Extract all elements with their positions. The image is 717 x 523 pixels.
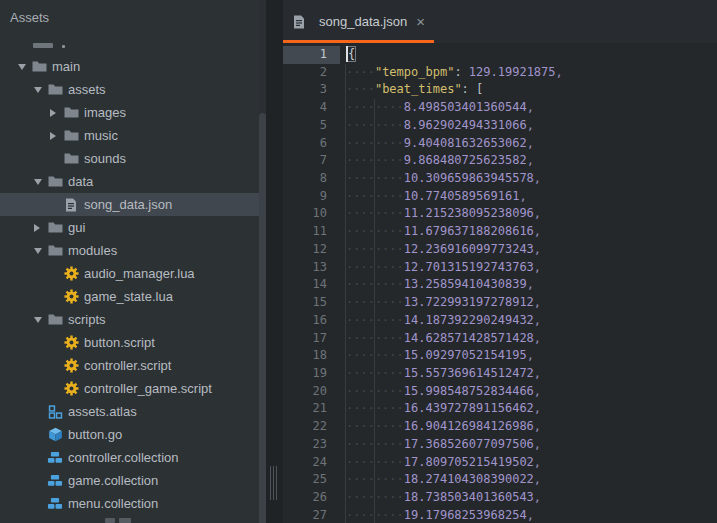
line-content: {: [346, 46, 355, 64]
gear-icon: [63, 289, 79, 305]
tree-item-main[interactable]: main: [0, 55, 259, 78]
line-number: 23: [283, 436, 340, 454]
tree-item-label: controller.collection: [68, 450, 179, 465]
file-icon: [291, 14, 307, 30]
line-content: ········13.722993197278912,: [346, 294, 541, 312]
line-content: ········12.701315192743763,: [346, 259, 541, 277]
tab-close-icon[interactable]: ×: [416, 14, 425, 29]
tree-item-label: images: [84, 105, 126, 120]
tree-item-label: song_data.json: [84, 197, 172, 212]
editor-tab-bar: song_data.json ×: [283, 0, 717, 43]
code-line: 16········14.187392290249432,: [283, 312, 717, 330]
tree-item-game-collection[interactable]: game.collection: [0, 469, 259, 492]
tree-item-controller-game-script[interactable]: controller_game.script: [0, 377, 259, 400]
chevron-right-icon[interactable]: [34, 224, 47, 232]
tree-item-label: gui: [68, 220, 85, 235]
chevron-down-icon[interactable]: [18, 64, 31, 70]
code-line: 10········11.215238095238096,: [283, 205, 717, 223]
code-line: 25········18.274104308390022,: [283, 471, 717, 489]
sidebar-scrollbar[interactable]: [259, 0, 266, 523]
line-number: 13: [283, 259, 340, 277]
chevron-down-icon[interactable]: [34, 87, 47, 93]
code-line: 13········12.701315192743763,: [283, 259, 717, 277]
folder-icon: [63, 105, 79, 121]
tree-item-scripts[interactable]: scripts: [0, 308, 259, 331]
panel-splitter[interactable]: [266, 0, 283, 523]
tree-item-modules[interactable]: modules: [0, 239, 259, 262]
line-content: ········15.557369614512472,: [346, 365, 541, 383]
line-number: 15: [283, 294, 340, 312]
defold-editor-window: Assets mainassetsimagesmusicsoundsdataso…: [0, 0, 717, 523]
file-icon: [63, 197, 79, 213]
tree-item-label: controller_game.script: [84, 381, 212, 396]
line-number: 10: [283, 205, 340, 223]
tree-item-button-script[interactable]: button.script: [0, 331, 259, 354]
line-content: ········10.309659863945578,: [346, 170, 541, 188]
code-line: 24········17.809705215419502,: [283, 454, 717, 472]
chevron-right-icon[interactable]: [50, 132, 63, 140]
code-line: 4········8.498503401360544,: [283, 99, 717, 117]
chevron-down-icon[interactable]: [34, 317, 47, 323]
tree-item-label: menu.collection: [68, 496, 158, 511]
folder-icon: [47, 174, 63, 190]
code-line: 18········15.09297052154195,: [283, 347, 717, 365]
tree-item-button-go[interactable]: button.go: [0, 423, 259, 446]
tree-item-controller-collection[interactable]: controller.collection: [0, 446, 259, 469]
gear-icon: [63, 266, 79, 282]
collection-icon: [47, 450, 63, 466]
tree-item-assets[interactable]: assets: [0, 78, 259, 101]
line-number: 22: [283, 418, 340, 436]
tab-song-data-json[interactable]: song_data.json ×: [283, 0, 434, 43]
line-content: ····"beat_times": [: [346, 81, 483, 99]
line-number: 11: [283, 223, 340, 241]
tree-item-label: assets.atlas: [68, 404, 137, 419]
line-number: 7: [283, 152, 340, 170]
chevron-right-icon[interactable]: [50, 109, 63, 117]
line-content: ········8.962902494331066,: [346, 117, 534, 135]
code-line: 3····"beat_times": [: [283, 81, 717, 99]
splitter-grip-icon[interactable]: [270, 466, 277, 500]
atlas-icon: [47, 404, 63, 420]
collection-icon: [47, 496, 63, 512]
assets-panel-title: Assets: [0, 0, 266, 32]
tree-item-controller-script[interactable]: controller.script: [0, 354, 259, 377]
chevron-down-icon[interactable]: [34, 179, 47, 185]
tree-item-data[interactable]: data: [0, 170, 259, 193]
code-line: 23········17.368526077097506,: [283, 436, 717, 454]
line-number: 24: [283, 454, 340, 472]
folder-icon: [47, 312, 63, 328]
code-line: 27········19.17968253968254,: [283, 507, 717, 523]
tree-item-sounds[interactable]: sounds: [0, 147, 259, 170]
code-line: 11········11.679637188208616,: [283, 223, 717, 241]
code-line: 5········8.962902494331066,: [283, 117, 717, 135]
line-number: 25: [283, 471, 340, 489]
line-content: ········8.498503401360544,: [346, 99, 534, 117]
tree-item-song-data-json[interactable]: song_data.json: [0, 193, 259, 216]
tree-item-gui[interactable]: gui: [0, 216, 259, 239]
line-number: 27: [283, 507, 340, 523]
line-number: 16: [283, 312, 340, 330]
folder-icon: [63, 151, 79, 167]
chevron-down-icon[interactable]: [34, 248, 47, 254]
tree-item-audio-manager-lua[interactable]: audio_manager.lua: [0, 262, 259, 285]
tree-item-music[interactable]: music: [0, 124, 259, 147]
tree-item-partial-top: [33, 43, 53, 48]
tree-item-assets-atlas[interactable]: assets.atlas: [0, 400, 259, 423]
code-line: 14········13.25859410430839,: [283, 276, 717, 294]
tree-item-label: sounds: [84, 151, 126, 166]
tree-item-game-state-lua[interactable]: game_state.lua: [0, 285, 259, 308]
line-content: ········9.404081632653062,: [346, 135, 534, 153]
folder-icon: [63, 128, 79, 144]
line-content: ········17.809705215419502,: [346, 454, 541, 472]
tree-item-menu-collection[interactable]: menu.collection: [0, 492, 259, 515]
tree-item-label: game.collection: [68, 473, 158, 488]
line-content: ········17.368526077097506,: [346, 436, 541, 454]
gear-icon: [63, 381, 79, 397]
code-line: 6········9.404081632653062,: [283, 135, 717, 153]
code-editor[interactable]: 1{2····"tempo_bpm": 129.19921875,3····"b…: [283, 43, 717, 523]
code-line: 7········9.868480725623582,: [283, 152, 717, 170]
tree-item-images[interactable]: images: [0, 101, 259, 124]
sidebar-scrollbar-thumb[interactable]: [259, 113, 266, 523]
code-line: 1{: [283, 46, 717, 64]
code-line: 15········13.722993197278912,: [283, 294, 717, 312]
